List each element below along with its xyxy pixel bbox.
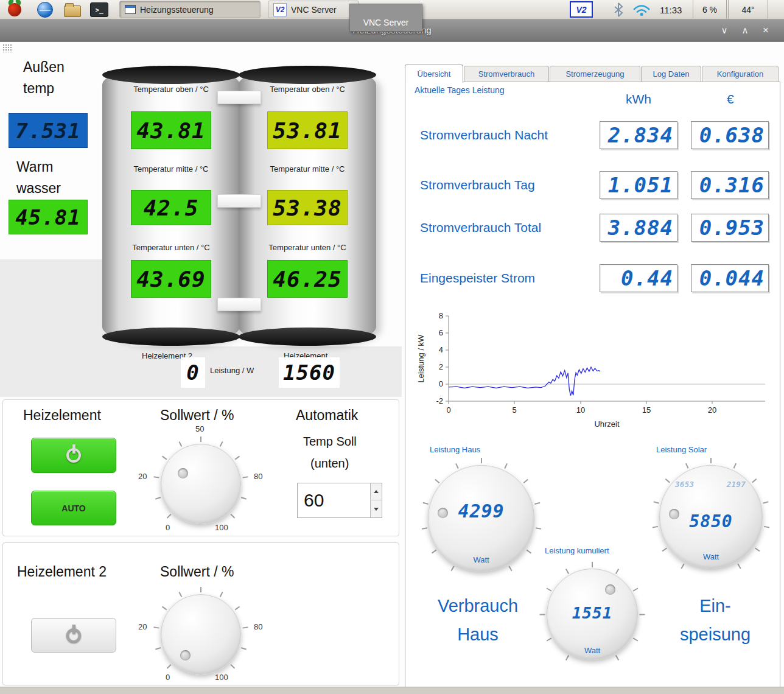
column-header-kwh: kWh (626, 92, 651, 107)
tank2-temp-top-display: 53.81 (267, 111, 348, 149)
scale-80: 80 (254, 472, 262, 481)
tab-uebersicht[interactable]: Übersicht (405, 65, 463, 83)
scale-0: 0 (166, 523, 170, 532)
svg-text:8: 8 (439, 311, 443, 320)
vnc-logo: V2 (276, 5, 285, 14)
arrow-up-icon (374, 490, 379, 493)
tab-konfiguration[interactable]: Konfiguration (702, 66, 779, 82)
tank1-temp-bottom-display: 43.69 (131, 260, 211, 298)
tooltip-text: VNC Server (363, 18, 409, 27)
svg-text:-2: -2 (436, 396, 443, 405)
tank-rim-top (102, 66, 240, 84)
chart-line (449, 367, 600, 396)
spin-down-button[interactable] (370, 500, 382, 517)
tank2-temp-mid-label: Temperatur mitte / °C (239, 164, 376, 174)
tank2-temp-mid-display: 53.38 (267, 190, 348, 225)
verbrauch-haus-text: VerbrauchHaus (423, 592, 533, 649)
arrow-down-icon (374, 508, 379, 511)
raspberry-menu-icon[interactable] (5, 2, 24, 18)
watt-unit-label: Watt (428, 555, 534, 564)
tank1-temp-top-display: 43.81 (131, 111, 211, 149)
scale-0: 0 (166, 673, 170, 682)
app-content: Außentemp 7.531 Warmwasser 45.81 Tempera… (0, 41, 784, 687)
svg-text:4: 4 (439, 345, 443, 354)
eur-display: 0.638 (691, 121, 769, 149)
watt-unit-label: Watt (659, 552, 763, 561)
scale-80: 80 (254, 622, 262, 631)
svg-text:10: 10 (576, 405, 585, 415)
chart-xlabel: Uhrzeit (594, 419, 620, 429)
chart-ylabel: Leistung / kW (416, 334, 425, 382)
knob-indicator-dot (180, 650, 191, 661)
taskbar-window-vnc[interactable]: V2 VNC Server (268, 1, 359, 18)
heizelement1-auto-button[interactable]: AUTO (31, 491, 116, 525)
raspberry-icon (8, 3, 21, 16)
heizelement1-power-display: 1560 (279, 357, 340, 388)
sollwert1-title: Sollwert / % (160, 407, 234, 424)
heizelement2-title: Heizelement 2 (17, 564, 107, 580)
taskbar-window-heizungssteuerung[interactable]: Heizungssteuerung (119, 1, 261, 18)
power-icon (66, 628, 81, 643)
automatik-title: Automatik (296, 407, 358, 424)
close-icon[interactable]: × (758, 24, 773, 37)
sollwert2-knob[interactable] (161, 594, 241, 675)
svg-text:2: 2 (439, 362, 443, 371)
eur-display: 0.953 (691, 214, 769, 242)
tank-rim-top (239, 66, 376, 84)
leistung-haus-gauge: 4299 Watt (428, 465, 534, 572)
solar-ghost-value-left: 3653 (675, 480, 694, 489)
heizelement1-power-button[interactable] (31, 438, 116, 473)
wifi-icon[interactable] (633, 4, 650, 16)
kwh-display: 2.834 (600, 121, 677, 149)
tab-stromverbrauch[interactable]: Stromverbrauch (464, 66, 549, 82)
svg-text:0: 0 (446, 405, 450, 415)
temp-soll-spinbox[interactable]: 60 (297, 483, 382, 518)
terminal-glyph: >_ (95, 6, 103, 14)
tank-pipe-middle (217, 194, 261, 208)
terminal-launcher[interactable]: >_ (89, 2, 110, 18)
heizelement2-power-button[interactable] (31, 618, 116, 653)
vnc-tooltip: VNC Server (349, 4, 422, 32)
browser-launcher[interactable] (35, 1, 55, 18)
vnc-tray-icon[interactable]: V2 (570, 1, 593, 18)
row-label: Stromverbrauch Tag (420, 178, 535, 192)
temp-soll-value: 60 (304, 490, 324, 511)
taskbar-window-label: Heizungssteuerung (140, 5, 214, 15)
scale-50: 50 (195, 424, 204, 433)
tab-stromerzeugung[interactable]: Stromerzeugung (550, 66, 640, 82)
scale-100: 100 (215, 673, 228, 682)
sollwert1-knob[interactable] (161, 444, 241, 524)
svg-text:0: 0 (439, 379, 443, 388)
leistung-kumuliert-gauge: 1551 Watt (547, 569, 638, 660)
svg-text:6: 6 (439, 328, 443, 337)
bluetooth-icon[interactable] (614, 2, 623, 17)
tank-pipe-top (217, 91, 261, 104)
spin-up-button[interactable] (370, 483, 382, 500)
maximize-icon[interactable]: ∧ (738, 24, 752, 37)
scale-20: 20 (138, 472, 147, 481)
tab-log-daten[interactable]: Log Daten (641, 66, 701, 82)
knob-face (161, 444, 241, 524)
vnc-tray-logo: V2 (576, 5, 586, 15)
knob-face (161, 594, 241, 675)
tank-rim-bottom (239, 328, 376, 346)
tank1-temp-bottom-label: Temperatur unten / °C (102, 243, 240, 252)
warmwasser-label: Warmwasser (16, 159, 61, 197)
heizelement2-power-display: 0 (181, 357, 205, 388)
solar-ghost-value-right: 2197 (727, 480, 746, 489)
gauge-indicator-dot (669, 509, 679, 519)
watt-unit-label: Watt (547, 646, 638, 655)
file-manager-launcher[interactable] (62, 1, 83, 18)
window-icon (125, 5, 136, 14)
resize-grip[interactable] (2, 44, 12, 52)
kwh-display: 0.44 (600, 264, 677, 292)
shade-icon[interactable]: ∨ (717, 24, 732, 37)
leistung-unit-label: Leistung / W (210, 366, 254, 375)
tank2-temp-bottom-display: 46.25 (267, 260, 348, 298)
cpu-temperature: 44° (728, 0, 768, 19)
scale-20: 20 (138, 622, 147, 631)
tank1-temp-mid-label: Temperatur mitte / °C (102, 164, 240, 174)
gauge-indicator-dot (605, 584, 615, 595)
tank-rim-bottom (102, 328, 240, 346)
power-icon (66, 448, 81, 463)
